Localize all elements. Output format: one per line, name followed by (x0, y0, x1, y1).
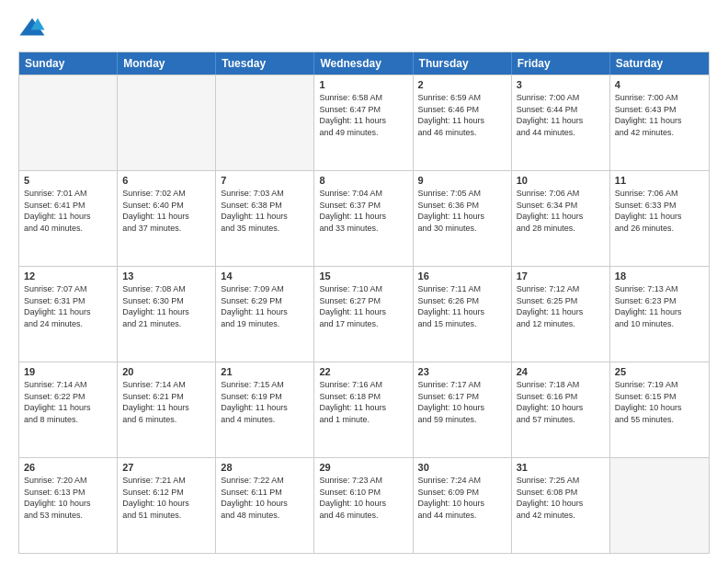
calendar-cell: 17Sunrise: 7:12 AM Sunset: 6:25 PM Dayli… (512, 267, 610, 362)
calendar: SundayMondayTuesdayWednesdayThursdayFrid… (18, 52, 710, 554)
day-number: 25 (615, 366, 704, 377)
day-info: Sunrise: 7:03 AM Sunset: 6:38 PM Dayligh… (221, 188, 309, 234)
calendar-cell: 8Sunrise: 7:04 AM Sunset: 6:37 PM Daylig… (314, 171, 413, 266)
day-number: 21 (221, 366, 309, 377)
calendar-cell: 26Sunrise: 7:20 AM Sunset: 6:13 PM Dayli… (19, 458, 118, 553)
day-info: Sunrise: 6:59 AM Sunset: 6:46 PM Dayligh… (418, 92, 506, 138)
day-info: Sunrise: 7:00 AM Sunset: 6:43 PM Dayligh… (615, 92, 704, 138)
header-cell-sunday: Sunday (19, 52, 118, 75)
calendar-cell: 3Sunrise: 7:00 AM Sunset: 6:44 PM Daylig… (512, 75, 610, 170)
day-info: Sunrise: 7:25 AM Sunset: 6:08 PM Dayligh… (517, 475, 605, 521)
calendar-cell: 11Sunrise: 7:06 AM Sunset: 6:33 PM Dayli… (610, 171, 709, 266)
day-info: Sunrise: 7:15 AM Sunset: 6:19 PM Dayligh… (221, 379, 309, 425)
calendar-cell: 22Sunrise: 7:16 AM Sunset: 6:18 PM Dayli… (314, 362, 413, 457)
calendar-cell: 12Sunrise: 7:07 AM Sunset: 6:31 PM Dayli… (19, 267, 118, 362)
day-info: Sunrise: 7:22 AM Sunset: 6:11 PM Dayligh… (221, 475, 309, 521)
page: SundayMondayTuesdayWednesdayThursdayFrid… (0, 0, 728, 563)
day-info: Sunrise: 7:17 AM Sunset: 6:17 PM Dayligh… (418, 379, 506, 425)
day-info: Sunrise: 7:23 AM Sunset: 6:10 PM Dayligh… (319, 475, 407, 521)
day-info: Sunrise: 6:58 AM Sunset: 6:47 PM Dayligh… (319, 92, 407, 138)
calendar-cell: 10Sunrise: 7:06 AM Sunset: 6:34 PM Dayli… (512, 171, 610, 266)
calendar-cell: 24Sunrise: 7:18 AM Sunset: 6:16 PM Dayli… (512, 362, 610, 457)
day-info: Sunrise: 7:06 AM Sunset: 6:34 PM Dayligh… (517, 188, 605, 234)
calendar-cell: 15Sunrise: 7:10 AM Sunset: 6:27 PM Dayli… (314, 267, 413, 362)
day-number: 6 (122, 175, 210, 186)
day-info: Sunrise: 7:02 AM Sunset: 6:40 PM Dayligh… (122, 188, 210, 234)
day-number: 12 (24, 270, 112, 282)
day-info: Sunrise: 7:20 AM Sunset: 6:13 PM Dayligh… (24, 475, 112, 521)
day-info: Sunrise: 7:16 AM Sunset: 6:18 PM Dayligh… (319, 379, 407, 425)
day-number: 5 (24, 175, 112, 186)
day-info: Sunrise: 7:07 AM Sunset: 6:31 PM Dayligh… (24, 283, 112, 329)
calendar-cell: 7Sunrise: 7:03 AM Sunset: 6:38 PM Daylig… (216, 171, 314, 266)
calendar-cell: 25Sunrise: 7:19 AM Sunset: 6:15 PM Dayli… (610, 362, 709, 457)
day-number: 4 (615, 79, 704, 90)
calendar-cell: 29Sunrise: 7:23 AM Sunset: 6:10 PM Dayli… (314, 458, 413, 553)
day-info: Sunrise: 7:05 AM Sunset: 6:36 PM Dayligh… (418, 188, 506, 234)
calendar-cell: 1Sunrise: 6:58 AM Sunset: 6:47 PM Daylig… (314, 75, 413, 170)
day-info: Sunrise: 7:00 AM Sunset: 6:44 PM Dayligh… (517, 92, 605, 138)
calendar-row: 19Sunrise: 7:14 AM Sunset: 6:22 PM Dayli… (19, 362, 709, 457)
day-info: Sunrise: 7:19 AM Sunset: 6:15 PM Dayligh… (615, 379, 704, 425)
day-number: 22 (319, 366, 407, 377)
day-number: 2 (418, 79, 506, 90)
day-number: 15 (319, 270, 407, 282)
day-info: Sunrise: 7:09 AM Sunset: 6:29 PM Dayligh… (221, 283, 309, 329)
day-info: Sunrise: 7:14 AM Sunset: 6:22 PM Dayligh… (24, 379, 112, 425)
day-number: 31 (517, 462, 605, 473)
calendar-cell: 2Sunrise: 6:59 AM Sunset: 6:46 PM Daylig… (414, 75, 512, 170)
calendar-cell: 5Sunrise: 7:01 AM Sunset: 6:41 PM Daylig… (19, 171, 118, 266)
calendar-row: 5Sunrise: 7:01 AM Sunset: 6:41 PM Daylig… (19, 170, 709, 266)
day-info: Sunrise: 7:21 AM Sunset: 6:12 PM Dayligh… (122, 475, 210, 521)
calendar-cell: 31Sunrise: 7:25 AM Sunset: 6:08 PM Dayli… (512, 458, 610, 553)
calendar-cell: 21Sunrise: 7:15 AM Sunset: 6:19 PM Dayli… (216, 362, 314, 457)
top-section (18, 15, 710, 42)
day-info: Sunrise: 7:13 AM Sunset: 6:23 PM Dayligh… (615, 283, 704, 329)
day-number: 7 (221, 175, 309, 186)
day-number: 20 (122, 366, 210, 377)
header-cell-tuesday: Tuesday (216, 52, 314, 75)
day-number: 10 (517, 175, 605, 186)
calendar-row: 12Sunrise: 7:07 AM Sunset: 6:31 PM Dayli… (19, 266, 709, 362)
day-number: 1 (319, 79, 407, 90)
day-info: Sunrise: 7:04 AM Sunset: 6:37 PM Dayligh… (319, 188, 407, 234)
calendar-cell: 14Sunrise: 7:09 AM Sunset: 6:29 PM Dayli… (216, 267, 314, 362)
calendar-cell: 6Sunrise: 7:02 AM Sunset: 6:40 PM Daylig… (118, 171, 216, 266)
header-cell-saturday: Saturday (610, 52, 709, 75)
calendar-row: 1Sunrise: 6:58 AM Sunset: 6:47 PM Daylig… (19, 75, 709, 170)
calendar-cell: 13Sunrise: 7:08 AM Sunset: 6:30 PM Dayli… (118, 267, 216, 362)
calendar-cell: 4Sunrise: 7:00 AM Sunset: 6:43 PM Daylig… (610, 75, 709, 170)
day-number: 18 (615, 270, 704, 282)
day-number: 24 (517, 366, 605, 377)
day-info: Sunrise: 7:12 AM Sunset: 6:25 PM Dayligh… (517, 283, 605, 329)
day-info: Sunrise: 7:06 AM Sunset: 6:33 PM Dayligh… (615, 188, 704, 234)
calendar-cell: 9Sunrise: 7:05 AM Sunset: 6:36 PM Daylig… (414, 171, 512, 266)
header-cell-thursday: Thursday (414, 52, 512, 75)
day-info: Sunrise: 7:01 AM Sunset: 6:41 PM Dayligh… (24, 188, 112, 234)
calendar-cell: 30Sunrise: 7:24 AM Sunset: 6:09 PM Dayli… (414, 458, 512, 553)
calendar-cell (610, 458, 709, 553)
logo-icon (18, 15, 46, 42)
calendar-cell: 16Sunrise: 7:11 AM Sunset: 6:26 PM Dayli… (414, 267, 512, 362)
day-number: 28 (221, 462, 309, 473)
day-number: 16 (418, 270, 506, 282)
day-number: 13 (122, 270, 210, 282)
day-number: 11 (615, 175, 704, 186)
day-number: 29 (319, 462, 407, 473)
day-info: Sunrise: 7:24 AM Sunset: 6:09 PM Dayligh… (418, 475, 506, 521)
header-cell-wednesday: Wednesday (314, 52, 413, 75)
calendar-row: 26Sunrise: 7:20 AM Sunset: 6:13 PM Dayli… (19, 457, 709, 553)
header-cell-monday: Monday (118, 52, 216, 75)
day-number: 30 (418, 462, 506, 473)
day-number: 17 (517, 270, 605, 282)
day-number: 26 (24, 462, 112, 473)
calendar-cell: 27Sunrise: 7:21 AM Sunset: 6:12 PM Dayli… (118, 458, 216, 553)
logo (18, 15, 50, 42)
day-info: Sunrise: 7:08 AM Sunset: 6:30 PM Dayligh… (122, 283, 210, 329)
calendar-cell: 18Sunrise: 7:13 AM Sunset: 6:23 PM Dayli… (610, 267, 709, 362)
calendar-cell: 28Sunrise: 7:22 AM Sunset: 6:11 PM Dayli… (216, 458, 314, 553)
calendar-cell: 20Sunrise: 7:14 AM Sunset: 6:21 PM Dayli… (118, 362, 216, 457)
day-number: 23 (418, 366, 506, 377)
calendar-cell: 23Sunrise: 7:17 AM Sunset: 6:17 PM Dayli… (414, 362, 512, 457)
day-number: 3 (517, 79, 605, 90)
